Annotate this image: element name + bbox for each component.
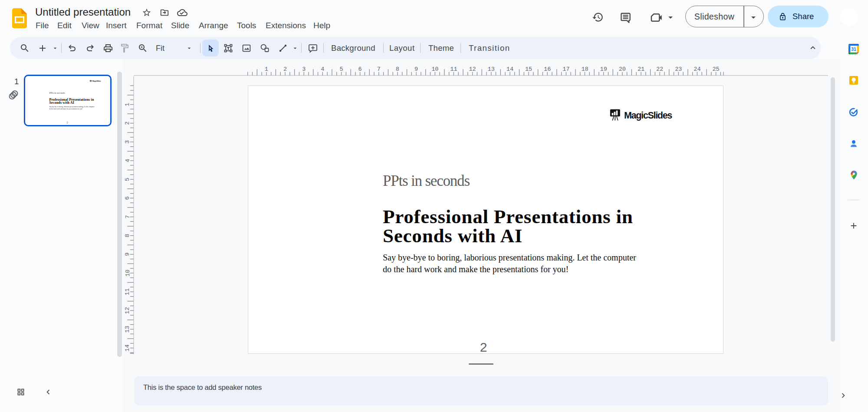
svg-text:11: 11 xyxy=(125,288,131,295)
svg-text:7: 7 xyxy=(377,66,381,73)
svg-text:12: 12 xyxy=(469,66,476,73)
svg-text:9: 9 xyxy=(125,253,131,256)
svg-text:8: 8 xyxy=(125,234,131,237)
svg-text:3: 3 xyxy=(302,66,306,73)
svg-text:17: 17 xyxy=(562,66,569,73)
svg-text:13: 13 xyxy=(488,66,495,73)
svg-text:2: 2 xyxy=(283,66,287,73)
svg-text:10: 10 xyxy=(125,270,131,277)
svg-text:1: 1 xyxy=(265,66,268,73)
svg-text:24: 24 xyxy=(694,66,700,73)
svg-text:22: 22 xyxy=(656,66,663,73)
svg-text:4: 4 xyxy=(125,159,131,162)
svg-text:16: 16 xyxy=(544,66,551,73)
svg-text:15: 15 xyxy=(525,66,532,73)
svg-text:12: 12 xyxy=(125,307,131,314)
svg-text:2: 2 xyxy=(125,122,131,125)
svg-text:14: 14 xyxy=(506,66,513,73)
svg-text:6: 6 xyxy=(358,66,362,73)
svg-text:4: 4 xyxy=(321,66,324,73)
svg-text:9: 9 xyxy=(414,66,418,73)
svg-text:23: 23 xyxy=(675,66,682,73)
svg-text:18: 18 xyxy=(581,66,588,73)
svg-text:20: 20 xyxy=(619,66,626,73)
svg-text:6: 6 xyxy=(125,196,131,200)
svg-text:1: 1 xyxy=(125,103,131,106)
svg-text:13: 13 xyxy=(125,326,131,333)
svg-text:8: 8 xyxy=(396,66,399,73)
svg-text:5: 5 xyxy=(125,178,131,181)
svg-text:19: 19 xyxy=(600,66,607,73)
svg-text:5: 5 xyxy=(339,66,343,73)
svg-text:25: 25 xyxy=(712,66,719,73)
svg-text:14: 14 xyxy=(125,344,131,351)
svg-text:31: 31 xyxy=(851,46,856,52)
svg-text:3: 3 xyxy=(125,140,131,144)
svg-text:7: 7 xyxy=(125,215,131,218)
svg-text:11: 11 xyxy=(450,66,457,73)
svg-text:21: 21 xyxy=(638,66,644,73)
svg-text:10: 10 xyxy=(431,66,438,73)
